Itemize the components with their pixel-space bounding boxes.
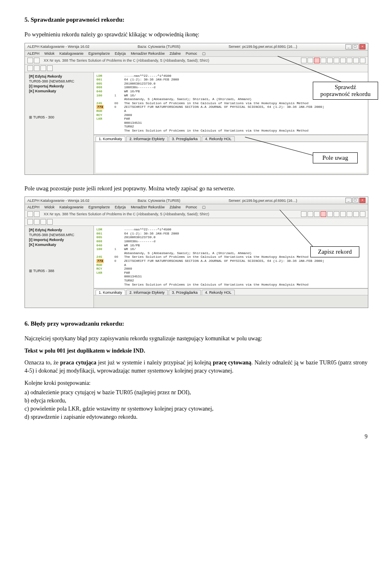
tree-item[interactable]: [K] Komunikaty [27,89,92,94]
tree-item[interactable]: TUR05-388 (NEW568.MRC [27,232,92,237]
toolbar-icon[interactable] [347,58,352,63]
tab-komunikaty[interactable]: 1. Komunikaty [96,136,125,141]
section-5-intro: Po wypełnieniu rekordu należy go sprawdz… [24,31,368,39]
toolbar-icon[interactable] [360,211,365,217]
sidebar-toolbar-icon[interactable] [47,65,53,71]
toolbar-icon[interactable] [334,211,339,217]
callout-save: Zapisz rekord [310,246,359,257]
tree-item[interactable]: ⊞ TUR05 - 388 [27,268,92,273]
tree-item[interactable]: [I] Importuj Rekordy [27,237,92,242]
save-record-icon[interactable] [321,211,326,217]
tab-etykiety[interactable]: 2. Informacje Etykiety [126,290,168,295]
close-button[interactable]: × [359,198,365,203]
sidebar-toolbar-icon[interactable] [27,219,33,225]
tab-komunikaty[interactable]: 1. Komunikaty [96,290,125,295]
bottom-tab-bar: 1. Komunikaty 2. Informacje Etykiety 3. … [94,135,368,142]
section-6-p1: Najczęściej spotykany błąd przy zapisywa… [24,335,368,343]
menu-zdalne[interactable]: Zdalne [169,51,181,56]
menu-egzemplarze[interactable]: Egzemplarze [89,51,110,56]
steps-list: a) odnalezienie pracy cytującej w bazie … [24,389,368,421]
page-number: 9 [24,433,368,440]
tab-przegladarka[interactable]: 3. Przeglądarka [169,290,201,295]
step-item: d) sprawdzenie i zapisanie edytowanego r… [24,413,368,421]
menu-widok[interactable]: Widok [45,51,55,56]
maximize-button[interactable]: ▢ [352,198,359,203]
record-header: XX Nr sys. 388 The Series Solution of Pr… [40,212,301,216]
menu-help-icon[interactable]: ▢ [202,205,206,209]
mode-tab-2-icon[interactable] [34,211,40,217]
tree-item [27,94,92,94]
navigation-tree[interactable]: [R] Edytuj Rekordy TUR05-388 (NEW568.MRC… [25,72,94,174]
section-6-error-msg: Tekst w polu 001 jest duplikatem w indek… [24,347,368,355]
mode-tab-2-icon[interactable] [34,58,40,63]
menu-menadzer[interactable]: Menadżer Rekordów [131,51,165,56]
toolbar-icon[interactable] [307,211,313,217]
minimize-button[interactable]: _ [345,198,352,203]
menu-bar[interactable]: ALEPH Widok Katalogowanie Egzemplarze Ed… [25,204,368,210]
tree-item[interactable]: [K] Komunikaty [27,242,92,247]
toolbar-icon[interactable] [327,58,333,63]
tree-item[interactable]: [R] Edytuj Rekordy [27,228,92,232]
sidebar-toolbar-icon[interactable] [47,219,53,225]
step-item: a) odnalezienie pracy cytującej w bazie … [24,389,368,397]
sidebar-toolbar-icon[interactable] [40,65,46,71]
toolbar-icon[interactable] [360,58,365,63]
check-record-icon[interactable] [314,211,320,217]
toolbar-icon[interactable] [347,211,352,217]
close-button[interactable]: × [359,44,365,49]
toolbar-icon[interactable] [307,58,313,63]
record-header: XX Nr sys. 388 The Series Solution of Pr… [40,58,301,63]
menu-katalogowanie[interactable]: Katalogowanie [60,205,84,209]
sidebar-toolbar-icon[interactable] [40,219,46,225]
tab-rekordy-hol[interactable]: 4. Rekordy HOL [202,136,235,141]
sidebar-toolbar-icon[interactable] [34,219,40,225]
menu-bar[interactable]: ALEPH Widok Katalogowanie Egzemplarze Ed… [25,51,368,57]
toolbar-icon[interactable] [301,58,307,63]
callout-check: Sprawdź poprawność rekordu [313,82,378,100]
mode-tab-1-icon[interactable] [27,58,33,63]
sidebar-toolbar-icon[interactable] [27,65,33,71]
section-6-title: 6. Błędy przy wprowadzaniu rekordu: [24,320,368,327]
menu-egzemplarze[interactable]: Egzemplarze [89,205,110,209]
toolbar-icon[interactable] [340,211,346,217]
toolbar-icon[interactable] [353,58,359,63]
toolbar-icon[interactable] [334,58,339,63]
section-5-title: 5. Sprawdzanie poprawności rekordu: [24,16,368,23]
sidebar-toolbar-icon[interactable] [34,65,40,71]
menu-pomoc[interactable]: Pomoc [186,51,197,56]
mode-tab-1-icon[interactable] [27,211,33,217]
tree-item[interactable]: [R] Edytuj Rekordy [27,74,92,79]
tree-item[interactable]: [I] Importuj Rekordy [27,84,92,89]
menu-zdalne[interactable]: Zdalne [169,205,181,209]
toolbar-icon[interactable] [340,58,346,63]
check-record-icon[interactable] [314,58,320,63]
menu-help-icon[interactable]: ▢ [202,51,206,56]
minimize-button[interactable]: _ [345,44,352,49]
toolbar-icon[interactable] [301,211,307,217]
tree-item[interactable]: TUR05-388 (NEW568.MRC [27,79,92,84]
section-6-p4: Kolejne kroki postępowania: [24,379,368,387]
maximize-button[interactable]: ▢ [352,44,359,49]
menu-widok[interactable]: Widok [45,205,55,209]
tree-item [27,247,92,248]
menu-aleph[interactable]: ALEPH [27,51,40,56]
tab-etykiety[interactable]: 2. Informacje Etykiety [126,136,168,141]
menu-menadzer[interactable]: Menadżer Rekordów [131,205,165,209]
tree-item[interactable]: ⊞ TUR05 - 300 [27,115,92,120]
menu-katalogowanie[interactable]: Katalogowanie [60,51,84,56]
tab-przegladarka[interactable]: 3. Przeglądarka [169,136,201,141]
section-6-p3: Oznacza to, że praca cytująca jest już w… [24,359,368,375]
menu-aleph[interactable]: ALEPH [27,205,40,209]
tab-rekordy-hol[interactable]: 4. Rekordy HOL [202,290,235,295]
toolbar-icon[interactable] [353,211,359,217]
toolbar-row-2 [25,218,368,226]
menu-edycja[interactable]: Edycja [115,51,126,56]
toolbar-icon[interactable] [327,211,333,217]
menu-pomoc[interactable]: Pomoc [186,205,197,209]
save-record-icon[interactable] [321,58,326,63]
window-titlebar: ALEPH Katalogowanie - Wersja 16.02 Baza:… [25,197,368,204]
menu-edycja[interactable]: Edycja [115,205,126,209]
window-title-right: Serwer: pc199.bg.pwr.wroc.pl:6991 (16…) [229,199,297,203]
navigation-tree[interactable]: [R] Edytuj Rekordy TUR05-388 (NEW568.MRC… [25,226,94,308]
callout-remarks-field: Pole uwag [313,152,358,163]
